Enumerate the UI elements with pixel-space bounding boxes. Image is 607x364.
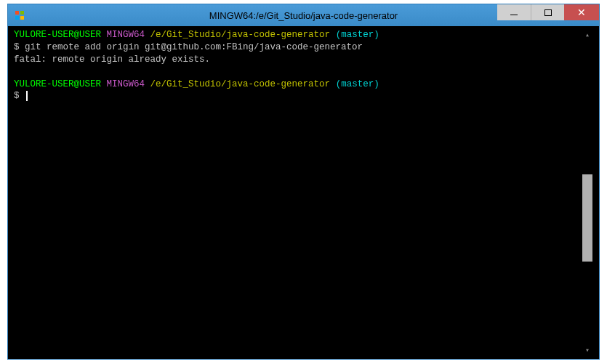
svg-rect-2 bbox=[15, 16, 19, 20]
cursor bbox=[26, 91, 28, 101]
close-button[interactable]: ✕ bbox=[564, 4, 599, 20]
prompt-dollar: $ bbox=[14, 91, 20, 101]
prompt-path: /e/Git_Studio/java-code-generator bbox=[150, 79, 331, 89]
prompt-host: MINGW64 bbox=[107, 30, 145, 40]
svg-rect-1 bbox=[20, 11, 24, 15]
svg-rect-0 bbox=[15, 11, 19, 15]
window-title: MINGW64:/e/Git_Studio/java-code-generato… bbox=[209, 10, 398, 21]
titlebar[interactable]: MINGW64:/e/Git_Studio/java-code-generato… bbox=[8, 4, 599, 26]
scrollbar-track[interactable]: ▴ ▾ bbox=[582, 29, 593, 356]
command-text: git remote add origin git@github.com:FBi… bbox=[25, 42, 363, 52]
minimize-button[interactable] bbox=[497, 4, 531, 20]
terminal-body[interactable]: YULORE-USER@USER MINGW64 /e/Git_Studio/j… bbox=[8, 26, 599, 359]
scrollbar-thumb[interactable] bbox=[582, 174, 592, 262]
terminal-window: MINGW64:/e/Git_Studio/java-code-generato… bbox=[7, 4, 600, 360]
prompt-user: YULORE-USER@USER bbox=[14, 30, 101, 40]
terminal-content[interactable]: YULORE-USER@USER MINGW64 /e/Git_Studio/j… bbox=[14, 29, 582, 356]
svg-rect-3 bbox=[20, 16, 24, 20]
maximize-button[interactable] bbox=[531, 4, 564, 20]
prompt-user: YULORE-USER@USER bbox=[14, 79, 101, 89]
window-controls: ✕ bbox=[497, 4, 599, 20]
prompt-path: /e/Git_Studio/java-code-generator bbox=[150, 30, 331, 40]
scrollbar[interactable]: ▴ ▾ bbox=[582, 29, 593, 356]
app-icon bbox=[14, 9, 25, 21]
prompt-branch: (master) bbox=[336, 30, 379, 40]
scrollbar-up-arrow[interactable]: ▴ bbox=[582, 29, 593, 41]
scrollbar-down-arrow[interactable]: ▾ bbox=[582, 344, 593, 356]
prompt-branch: (master) bbox=[336, 79, 379, 89]
prompt-host: MINGW64 bbox=[107, 79, 145, 89]
prompt-dollar: $ bbox=[14, 42, 20, 52]
output-text: fatal: remote origin already exists. bbox=[14, 54, 210, 65]
